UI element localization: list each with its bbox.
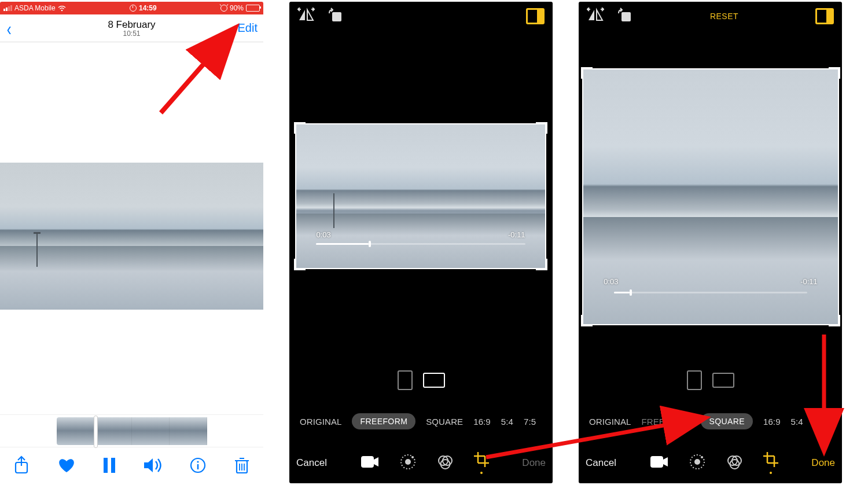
- adjust-icon[interactable]: [400, 454, 416, 472]
- svg-marker-15: [299, 10, 305, 20]
- landscape-option[interactable]: [423, 373, 445, 388]
- status-right: 90%: [220, 4, 260, 12]
- svg-point-24: [411, 456, 414, 458]
- video-progress[interactable]: [316, 243, 525, 245]
- ratio-row: ORIGINAL FREEFORM SQUARE 16:9 5:4 7:5: [579, 410, 842, 433]
- pause-icon[interactable]: [103, 457, 116, 473]
- svg-marker-16: [307, 10, 313, 20]
- video-times: 0:03 -0:11: [316, 230, 525, 239]
- orientation-toggle: [579, 370, 842, 391]
- battery-pct: 90%: [230, 4, 244, 12]
- trash-icon[interactable]: [234, 456, 250, 475]
- scrubber-handle[interactable]: [94, 416, 98, 448]
- timeline-thumb[interactable]: [57, 417, 94, 445]
- top-bar: RESET: [579, 2, 842, 31]
- cancel-button[interactable]: Cancel: [296, 457, 327, 469]
- top-left: [297, 8, 344, 25]
- heart-icon[interactable]: [57, 457, 76, 474]
- ratio-row: ORIGINAL FREEFORM SQUARE 16:9 5:4 7:5: [289, 410, 553, 433]
- svg-marker-32: [589, 10, 594, 20]
- ratio-original[interactable]: ORIGINAL: [589, 417, 631, 427]
- done-button[interactable]: Done: [811, 457, 835, 469]
- timeline-thumb[interactable]: [132, 417, 170, 445]
- svg-point-7: [197, 461, 199, 462]
- svg-marker-5: [144, 458, 153, 472]
- tool-row: [650, 452, 778, 474]
- status-center: 14:59: [130, 4, 157, 12]
- video-content: [296, 124, 545, 268]
- aspect-button[interactable]: [815, 8, 834, 24]
- video-content: [583, 69, 838, 324]
- svg-point-40: [694, 459, 700, 465]
- video-progress[interactable]: [614, 292, 807, 293]
- ratio-square[interactable]: SQUARE: [701, 413, 753, 429]
- filters-icon[interactable]: [437, 454, 453, 472]
- portrait-option[interactable]: [398, 370, 413, 390]
- video-tab-icon[interactable]: [361, 455, 379, 471]
- crop-frame[interactable]: 0:03 -0:11: [295, 123, 546, 269]
- svg-point-44: [730, 460, 739, 469]
- ratio-16-9[interactable]: 16:9: [473, 417, 491, 427]
- status-bar: ASDA Mobile 14:59 90%: [0, 2, 263, 14]
- timeline-thumb[interactable]: [170, 417, 207, 445]
- adjust-icon[interactable]: [689, 454, 705, 472]
- ratio-7-5[interactable]: 7:5: [524, 417, 536, 427]
- landscape-option[interactable]: [712, 373, 734, 388]
- crop-frame[interactable]: 0:03 -0:11: [582, 68, 839, 325]
- share-icon[interactable]: [13, 455, 30, 475]
- status-time: 14:59: [139, 4, 157, 12]
- recording-icon: [130, 5, 137, 12]
- aspect-button[interactable]: [526, 8, 545, 24]
- svg-rect-3: [104, 458, 108, 473]
- time-elapsed: 0:03: [604, 277, 618, 286]
- time-remaining: -0:11: [800, 277, 818, 286]
- ratio-5-4[interactable]: 5:4: [501, 417, 513, 427]
- ratio-16-9[interactable]: 16:9: [763, 417, 781, 427]
- ratio-7-5[interactable]: 7:5: [814, 417, 826, 427]
- ratio-freeform[interactable]: FREEFORM: [641, 417, 690, 427]
- bottom-bar: Cancel Done: [289, 443, 553, 483]
- phone-1: ASDA Mobile 14:59 90% ‹ 8 February 10:51…: [0, 2, 263, 483]
- svg-point-27: [440, 460, 450, 469]
- video-tab-icon[interactable]: [650, 455, 668, 471]
- svg-rect-4: [111, 458, 115, 473]
- time-remaining: -0:11: [508, 230, 525, 239]
- ratio-square[interactable]: SQUARE: [426, 417, 463, 427]
- ratio-freeform[interactable]: FREEFORM: [352, 413, 415, 429]
- video-preview[interactable]: [0, 163, 263, 310]
- svg-point-41: [701, 456, 703, 458]
- flip-icon[interactable]: [297, 8, 315, 25]
- carrier: ASDA Mobile: [14, 4, 56, 12]
- done-button[interactable]: Done: [522, 457, 546, 469]
- phone-2: 0:03 -0:11 ORIGINAL FREEFORM SQUARE 16:9…: [289, 2, 553, 483]
- rotate-icon[interactable]: [617, 8, 633, 25]
- crop-icon[interactable]: [763, 452, 778, 474]
- timeline[interactable]: [0, 414, 263, 447]
- svg-rect-20: [361, 456, 374, 468]
- status-left: ASDA Mobile: [3, 4, 66, 12]
- signal-icon: [3, 5, 12, 11]
- portrait-option[interactable]: [687, 370, 702, 390]
- ratio-5-4[interactable]: 5:4: [791, 417, 803, 427]
- nav-bar: ‹ 8 February 10:51 Edit: [0, 14, 263, 42]
- ratio-original[interactable]: ORIGINAL: [300, 417, 341, 427]
- cancel-button[interactable]: Cancel: [586, 457, 616, 469]
- time-elapsed: 0:03: [316, 230, 330, 239]
- photo-date: 8 February: [0, 19, 263, 31]
- info-icon[interactable]: [189, 457, 207, 474]
- flip-icon[interactable]: [587, 8, 604, 25]
- bottom-bar: Cancel Done: [579, 443, 842, 483]
- timeline-thumb[interactable]: [94, 417, 132, 445]
- orientation-toggle: [289, 370, 553, 391]
- rotate-icon[interactable]: [328, 8, 344, 25]
- reset-button[interactable]: RESET: [710, 12, 738, 21]
- volume-icon[interactable]: [143, 457, 163, 473]
- filters-icon[interactable]: [726, 454, 742, 472]
- svg-rect-37: [650, 456, 663, 468]
- top-bar: [289, 2, 553, 31]
- battery-icon: [246, 5, 260, 12]
- video-times: 0:03 -0:11: [604, 277, 818, 286]
- svg-point-0: [61, 10, 62, 12]
- crop-icon[interactable]: [474, 452, 489, 474]
- svg-point-23: [405, 459, 411, 465]
